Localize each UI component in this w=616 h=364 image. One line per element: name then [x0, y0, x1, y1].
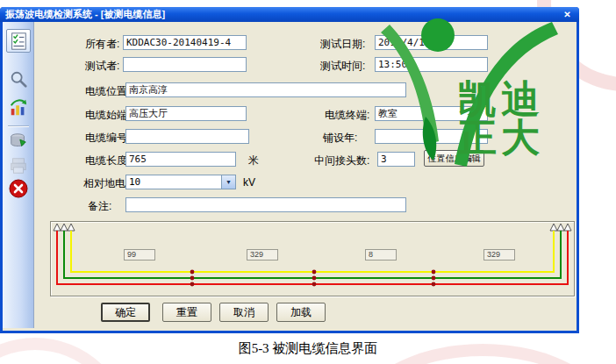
cable-length-label: 电缆长度:	[85, 153, 130, 168]
cable-start-label: 电缆始端:	[85, 108, 130, 123]
test-time-input[interactable]	[375, 57, 488, 72]
save-icon	[9, 132, 28, 151]
toolbar-button-search[interactable]	[6, 68, 31, 91]
phase-voltage-select[interactable]: 10 ▼	[125, 175, 236, 189]
title-bar[interactable]: 振荡波电缆检测系统 - [被测电缆信息] ✕	[0, 7, 579, 22]
segment-label: 329	[247, 249, 278, 261]
toolbar-button-form[interactable]	[6, 29, 31, 53]
test-date-label: 测试日期:	[320, 37, 365, 52]
length-unit-label: 米	[248, 153, 259, 168]
phase-voltage-value: 10	[126, 176, 221, 188]
chevron-down-icon[interactable]: ▼	[221, 175, 235, 189]
test-time-label: 测试时间:	[320, 59, 365, 74]
exit-icon	[8, 178, 29, 199]
toolbar-button-exit[interactable]	[6, 176, 31, 200]
window-title: 振荡波电缆检测系统 - [被测电缆信息]	[5, 8, 165, 21]
form-list-icon	[9, 32, 28, 51]
cable-length-input[interactable]	[125, 152, 236, 167]
remark-input[interactable]	[125, 197, 406, 212]
segment-label: 8	[365, 249, 397, 261]
laying-year-label: 铺设年:	[323, 131, 357, 146]
toolbar	[3, 22, 34, 328]
voltage-unit-label: kV	[243, 176, 255, 189]
test-date-input[interactable]	[375, 35, 488, 50]
chart-icon	[9, 98, 28, 118]
search-icon	[9, 70, 28, 89]
cable-end-input[interactable]	[375, 106, 488, 121]
joint-count-input[interactable]	[377, 152, 415, 167]
close-icon[interactable]: ✕	[561, 9, 574, 20]
cable-start-input[interactable]	[125, 106, 247, 121]
reset-button[interactable]: 重置	[162, 303, 211, 322]
load-button[interactable]: 加载	[276, 303, 326, 322]
laying-year-input[interactable]	[375, 129, 488, 144]
figure-caption: 图5-3 被测电缆信息界面	[0, 340, 616, 357]
tester-label: 测试者:	[85, 59, 119, 74]
print-icon	[9, 156, 28, 175]
segment-label: 99	[124, 249, 155, 261]
cable-diagram-panel: 99 329 8 329	[50, 221, 575, 296]
edit-position-button[interactable]: 位置信息编辑	[424, 150, 484, 167]
joint-count-label: 中间接头数:	[314, 153, 369, 168]
cable-number-label: 电缆编号:	[85, 131, 130, 146]
owner-input[interactable]	[123, 35, 247, 50]
remark-label: 备注:	[88, 199, 111, 214]
toolbar-button-print	[6, 153, 31, 177]
cable-number-input[interactable]	[125, 129, 249, 144]
owner-label: 所有者:	[85, 37, 119, 52]
toolbar-button-save[interactable]	[6, 129, 31, 153]
ok-button[interactable]: 确定	[101, 303, 150, 322]
cable-end-label: 电缆终端:	[325, 108, 369, 123]
cable-location-label: 电缆位置:	[85, 84, 130, 99]
toolbar-button-chart[interactable]	[6, 96, 31, 119]
cancel-button[interactable]: 取消	[219, 303, 269, 322]
manual-page: 振荡波电缆检测系统 - [被测电缆信息] ✕	[0, 0, 616, 364]
tester-input[interactable]	[123, 57, 247, 72]
toolbar-separator	[8, 125, 29, 127]
cable-location-input[interactable]	[125, 82, 406, 97]
segment-label: 329	[483, 249, 515, 261]
